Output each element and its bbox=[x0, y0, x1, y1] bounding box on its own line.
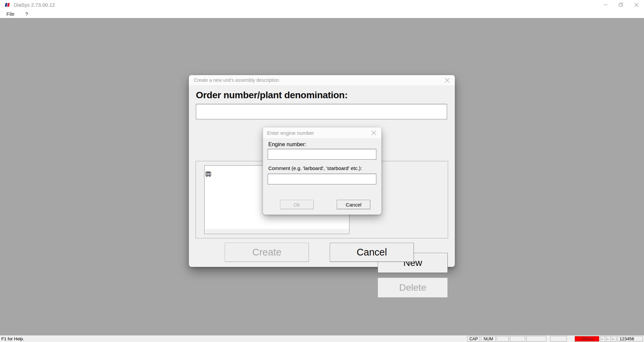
dialog-close-icon[interactable] bbox=[369, 129, 378, 136]
menu-file[interactable]: File bbox=[5, 10, 16, 17]
close-button[interactable] bbox=[629, 0, 644, 9]
enter-engine-number-dialog: Enter engine number Engine number: Comme… bbox=[263, 127, 381, 215]
statusbar-empty-panel bbox=[497, 336, 509, 342]
delete-button[interactable]: Delete bbox=[378, 278, 448, 298]
listbox-horizontal-scrollbar[interactable] bbox=[205, 229, 349, 233]
engine-cancel-button[interactable]: Cancel bbox=[337, 200, 370, 209]
num-lock-indicator: NUM bbox=[481, 336, 496, 342]
offline-status-badge: Offline bbox=[575, 336, 599, 342]
order-number-input[interactable] bbox=[196, 104, 447, 119]
engine-icon bbox=[206, 171, 211, 178]
minimize-button[interactable] bbox=[598, 0, 613, 9]
dialog-title: Enter engine number bbox=[267, 130, 314, 136]
comment-input[interactable] bbox=[268, 174, 376, 184]
menu-help[interactable]: ? bbox=[24, 10, 29, 17]
statusbar: F1 for Help. CAP NUM Offline - - - 12345… bbox=[0, 335, 644, 342]
engine-dialog-titlebar: Enter engine number bbox=[263, 127, 381, 138]
dialog-close-icon[interactable] bbox=[443, 76, 451, 84]
engine-number-input[interactable] bbox=[268, 149, 376, 160]
statusbar-dash-panel: - bbox=[612, 336, 616, 342]
statusbar-empty-panel bbox=[550, 336, 567, 342]
statusbar-panels: CAP NUM Offline - - - 123456 bbox=[467, 336, 643, 342]
comment-label: Comment (e.g. 'larboard', 'starboard' et… bbox=[268, 165, 362, 171]
statusbar-empty-panel bbox=[526, 336, 546, 342]
dialog-title: Create a new unit's assembly description bbox=[194, 77, 279, 83]
engine-number-label: Engine number: bbox=[268, 141, 306, 148]
ok-button[interactable]: Ok bbox=[280, 200, 314, 209]
statusbar-dash-panel: - bbox=[600, 336, 605, 342]
app-title: DiaSys 2.73.00.12 bbox=[14, 2, 55, 8]
app-titlebar: DiaSys 2.73.00.12 bbox=[0, 0, 644, 9]
statusbar-empty-panel bbox=[510, 336, 525, 342]
restore-button[interactable] bbox=[613, 0, 629, 9]
application-window: DiaSys 2.73.00.12 File ? bbox=[0, 0, 644, 342]
statusbar-help-text: F1 for Help. bbox=[1, 336, 24, 341]
window-controls bbox=[598, 0, 644, 9]
statusbar-dash-panel: - bbox=[606, 336, 611, 342]
order-number-heading: Order number/plant denomination: bbox=[196, 90, 347, 101]
caps-lock-indicator: CAP bbox=[467, 336, 480, 342]
create-assembly-dialog-titlebar: Create a new unit's assembly description bbox=[189, 75, 455, 85]
app-logo-icon bbox=[4, 3, 11, 7]
cancel-button[interactable]: Cancel bbox=[330, 243, 414, 262]
list-item[interactable] bbox=[206, 172, 213, 178]
menubar: File ? bbox=[0, 9, 644, 18]
create-button[interactable]: Create bbox=[225, 243, 309, 262]
statusbar-code-panel: 123456 bbox=[618, 336, 643, 342]
